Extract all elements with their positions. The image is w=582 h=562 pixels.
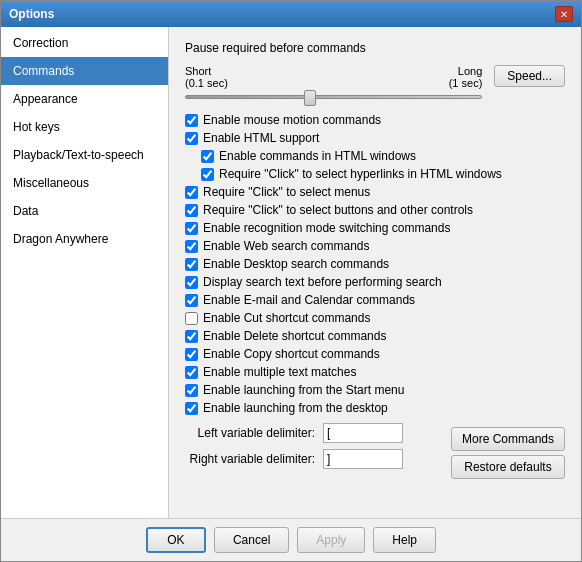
main-panel: Pause required before commands Short (0.… xyxy=(169,27,581,518)
slider-labels: Short (0.1 sec) Long (1 sec) xyxy=(185,65,482,89)
checkbox-row-display-search: Display search text before performing se… xyxy=(185,275,565,289)
checkbox-label-mouse-motion: Enable mouse motion commands xyxy=(203,113,381,127)
options-window: Options ✕ CorrectionCommandsAppearanceHo… xyxy=(0,0,582,562)
close-button[interactable]: ✕ xyxy=(555,6,573,22)
checkbox-delete-shortcut[interactable] xyxy=(185,330,198,343)
checkbox-label-copy-shortcut: Enable Copy shortcut commands xyxy=(203,347,380,361)
checkbox-label-html-support: Enable HTML support xyxy=(203,131,319,145)
checkbox-require-click-menus[interactable] xyxy=(185,186,198,199)
slider-thumb[interactable] xyxy=(304,90,316,106)
window-title: Options xyxy=(9,7,54,21)
sidebar: CorrectionCommandsAppearanceHot keysPlay… xyxy=(1,27,169,518)
ok-button[interactable]: OK xyxy=(146,527,206,553)
checkbox-label-delete-shortcut: Enable Delete shortcut commands xyxy=(203,329,386,343)
checkbox-label-web-search: Enable Web search commands xyxy=(203,239,370,253)
checkbox-email-calendar[interactable] xyxy=(185,294,198,307)
left-delimiter-label: Left variable delimiter: xyxy=(185,426,315,440)
apply-button[interactable]: Apply xyxy=(297,527,365,553)
sidebar-item-correction[interactable]: Correction xyxy=(1,29,168,57)
right-delimiter-input[interactable] xyxy=(323,449,403,469)
checkbox-label-display-search: Display search text before performing se… xyxy=(203,275,442,289)
fields-section: Left variable delimiter: Right variable … xyxy=(185,423,451,475)
checkbox-row-cut-shortcut: Enable Cut shortcut commands xyxy=(185,311,565,325)
title-bar: Options ✕ xyxy=(1,1,581,27)
long-label-group: Long (1 sec) xyxy=(449,65,483,89)
right-delimiter-label: Right variable delimiter: xyxy=(185,452,315,466)
sidebar-item-data[interactable]: Data xyxy=(1,197,168,225)
checkbox-html-support[interactable] xyxy=(185,132,198,145)
sidebar-item-playback[interactable]: Playback/Text-to-speech xyxy=(1,141,168,169)
side-btn-group: More Commands Restore defaults xyxy=(451,427,565,479)
slider-track[interactable] xyxy=(185,95,482,99)
restore-defaults-button[interactable]: Restore defaults xyxy=(451,455,565,479)
more-commands-button[interactable]: More Commands xyxy=(451,427,565,451)
checkbox-desktop-search[interactable] xyxy=(185,258,198,271)
cancel-button[interactable]: Cancel xyxy=(214,527,289,553)
checkbox-row-mouse-motion: Enable mouse motion commands xyxy=(185,113,565,127)
left-delimiter-row: Left variable delimiter: xyxy=(185,423,451,443)
checkbox-row-desktop-search: Enable Desktop search commands xyxy=(185,257,565,271)
checkboxes-section: Enable mouse motion commandsEnable HTML … xyxy=(185,113,565,415)
speed-button[interactable]: Speed... xyxy=(494,65,565,87)
checkbox-label-recognition-switching: Enable recognition mode switching comman… xyxy=(203,221,450,235)
title-controls: ✕ xyxy=(555,6,573,22)
checkbox-label-require-click-buttons: Require "Click" to select buttons and ot… xyxy=(203,203,473,217)
checkbox-display-search[interactable] xyxy=(185,276,198,289)
short-val: (0.1 sec) xyxy=(185,77,228,89)
content-area: CorrectionCommandsAppearanceHot keysPlay… xyxy=(1,27,581,518)
checkbox-html-commands[interactable] xyxy=(201,150,214,163)
right-delimiter-row: Right variable delimiter: xyxy=(185,449,451,469)
left-delimiter-input[interactable] xyxy=(323,423,403,443)
checkbox-label-desktop-search: Enable Desktop search commands xyxy=(203,257,389,271)
checkbox-row-require-click-menus: Require "Click" to select menus xyxy=(185,185,565,199)
pause-label: Pause required before commands xyxy=(185,41,565,55)
long-label: Long xyxy=(449,65,483,77)
checkbox-row-delete-shortcut: Enable Delete shortcut commands xyxy=(185,329,565,343)
checkbox-row-html-hyperlinks: Require "Click" to select hyperlinks in … xyxy=(201,167,565,181)
checkbox-label-multiple-text: Enable multiple text matches xyxy=(203,365,356,379)
checkbox-copy-shortcut[interactable] xyxy=(185,348,198,361)
checkbox-row-recognition-switching: Enable recognition mode switching comman… xyxy=(185,221,565,235)
checkbox-label-start-menu: Enable launching from the Start menu xyxy=(203,383,404,397)
checkbox-row-multiple-text: Enable multiple text matches xyxy=(185,365,565,379)
slider-section: Short (0.1 sec) Long (1 sec) Speed... xyxy=(185,65,565,101)
sidebar-item-hot-keys[interactable]: Hot keys xyxy=(1,113,168,141)
sidebar-item-miscellaneous[interactable]: Miscellaneous xyxy=(1,169,168,197)
checkbox-label-desktop: Enable launching from the desktop xyxy=(203,401,388,415)
slider-container: Short (0.1 sec) Long (1 sec) xyxy=(185,65,482,101)
checkbox-row-start-menu: Enable launching from the Start menu xyxy=(185,383,565,397)
checkbox-start-menu[interactable] xyxy=(185,384,198,397)
checkbox-label-html-commands: Enable commands in HTML windows xyxy=(219,149,416,163)
sidebar-item-dragon-anywhere[interactable]: Dragon Anywhere xyxy=(1,225,168,253)
checkbox-cut-shortcut[interactable] xyxy=(185,312,198,325)
checkbox-row-web-search: Enable Web search commands xyxy=(185,239,565,253)
checkbox-require-click-buttons[interactable] xyxy=(185,204,198,217)
long-val: (1 sec) xyxy=(449,77,483,89)
checkbox-multiple-text[interactable] xyxy=(185,366,198,379)
checkbox-row-copy-shortcut: Enable Copy shortcut commands xyxy=(185,347,565,361)
checkbox-row-require-click-buttons: Require "Click" to select buttons and ot… xyxy=(185,203,565,217)
checkbox-label-html-hyperlinks: Require "Click" to select hyperlinks in … xyxy=(219,167,502,181)
checkbox-mouse-motion[interactable] xyxy=(185,114,198,127)
checkbox-html-hyperlinks[interactable] xyxy=(201,168,214,181)
checkbox-recognition-switching[interactable] xyxy=(185,222,198,235)
sidebar-item-appearance[interactable]: Appearance xyxy=(1,85,168,113)
short-label: Short xyxy=(185,65,228,77)
checkbox-row-desktop: Enable launching from the desktop xyxy=(185,401,565,415)
sidebar-item-commands[interactable]: Commands xyxy=(1,57,168,85)
checkbox-row-email-calendar: Enable E-mail and Calendar commands xyxy=(185,293,565,307)
checkbox-label-email-calendar: Enable E-mail and Calendar commands xyxy=(203,293,415,307)
help-button[interactable]: Help xyxy=(373,527,436,553)
fields-and-buttons: Left variable delimiter: Right variable … xyxy=(185,423,565,479)
checkbox-web-search[interactable] xyxy=(185,240,198,253)
checkbox-row-html-commands: Enable commands in HTML windows xyxy=(201,149,565,163)
checkbox-desktop[interactable] xyxy=(185,402,198,415)
checkbox-row-html-support: Enable HTML support xyxy=(185,131,565,145)
bottom-bar: OK Cancel Apply Help xyxy=(1,518,581,561)
checkbox-label-cut-shortcut: Enable Cut shortcut commands xyxy=(203,311,370,325)
short-label-group: Short (0.1 sec) xyxy=(185,65,228,89)
checkbox-label-require-click-menus: Require "Click" to select menus xyxy=(203,185,370,199)
